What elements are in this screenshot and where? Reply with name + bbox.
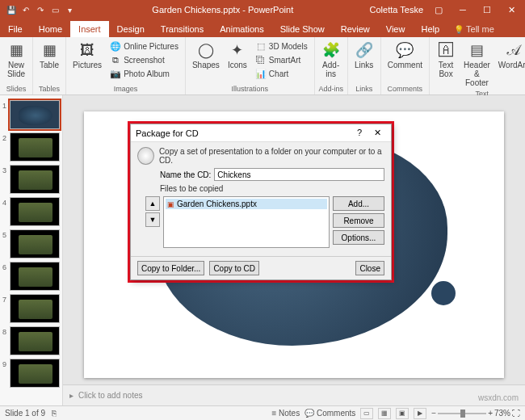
group-slides-label: Slides — [6, 84, 27, 93]
photo-album-icon: 📷 — [110, 68, 121, 79]
language-indicator[interactable]: ⎘ — [52, 409, 57, 418]
sorter-view-icon[interactable]: ▦ — [378, 408, 391, 419]
thumbnail-5[interactable]: 5 — [3, 229, 59, 258]
group-links: 🔗Links Links — [348, 37, 381, 94]
dialog-description: Copy a set of presentation to a folder o… — [159, 147, 384, 165]
group-slides: ▦New Slide Slides — [0, 37, 33, 94]
thumbnail-7[interactable]: 7 — [3, 294, 59, 323]
group-addins-label: Add-ins — [318, 84, 343, 93]
online-pictures-button[interactable]: 🌐Online Pictures — [108, 40, 180, 52]
chart-button[interactable]: 📊Chart — [254, 67, 309, 80]
tab-view[interactable]: View — [378, 21, 414, 37]
wordart-button[interactable]: 𝒜WordArt — [495, 39, 525, 89]
tab-animations[interactable]: Animations — [212, 21, 271, 37]
dialog-close-icon[interactable]: ✕ — [368, 128, 386, 138]
ribbon-tabs: File Home Insert Design Transitions Anim… — [0, 19, 525, 37]
copy-to-cd-button[interactable]: Copy to CD — [209, 261, 259, 275]
links-button[interactable]: 🔗Links — [351, 39, 377, 71]
shapes-button[interactable]: ◯Shapes — [189, 39, 223, 81]
thumbnail-6[interactable]: 6 — [3, 262, 59, 291]
remove-button[interactable]: Remove — [333, 213, 384, 228]
thumbnail-4[interactable]: 4 — [3, 197, 59, 226]
tab-help[interactable]: Help — [413, 21, 447, 37]
addins-button[interactable]: 🧩Add- ins — [318, 39, 344, 80]
move-up-button[interactable]: ▲ — [145, 196, 160, 211]
header-footer-icon: ▤ — [467, 40, 486, 60]
save-icon[interactable]: 💾 — [5, 3, 18, 16]
pictures-button[interactable]: 🖼Pictures — [69, 39, 105, 81]
copy-to-folder-button[interactable]: Copy to Folder... — [137, 261, 204, 275]
group-text: 🄰Text Box ▤Header & Footer 𝒜WordArt Text — [430, 37, 525, 94]
redo-icon[interactable]: ↷ — [34, 3, 47, 16]
user-account[interactable]: Coletta Teske — [370, 5, 423, 15]
zoom-level[interactable]: 73% — [494, 409, 510, 418]
icons-button[interactable]: ✦Icons — [225, 39, 250, 81]
move-down-button[interactable]: ▼ — [145, 212, 160, 227]
tell-me[interactable]: 💡Tell me — [451, 21, 498, 37]
tab-slideshow[interactable]: Slide Show — [272, 21, 333, 37]
status-comments[interactable]: 💬 Comments — [304, 409, 355, 418]
zoom-slider[interactable] — [438, 413, 486, 414]
group-illustrations: ◯Shapes ✦Icons ⬚3D Models ⿻SmartArt 📊Cha… — [186, 37, 315, 94]
zoom-out-icon[interactable]: − — [431, 409, 436, 418]
name-cd-input[interactable] — [214, 168, 384, 181]
thumbnail-8[interactable]: 8 — [3, 326, 59, 355]
zoom-control[interactable]: − + 73% ⛶ — [431, 409, 520, 418]
options-button[interactable]: Options... — [333, 230, 384, 245]
tab-review[interactable]: Review — [333, 21, 378, 37]
ribbon-options-icon[interactable]: ▢ — [426, 5, 451, 15]
zoom-in-icon[interactable]: + — [488, 409, 493, 418]
new-slide-button[interactable]: ▦New Slide — [3, 39, 29, 80]
3d-models-button[interactable]: ⬚3D Models — [254, 40, 309, 52]
quick-access-toolbar: 💾 ↶ ↷ ▭ ▾ — [5, 3, 76, 16]
thumbnail-1[interactable]: 1 — [3, 100, 59, 129]
tab-home[interactable]: Home — [31, 21, 70, 37]
wordart-icon: 𝒜 — [503, 40, 523, 60]
file-list[interactable]: ▣Garden Chickens.pptx — [163, 196, 330, 248]
notes-toggle-icon[interactable]: ▸ — [69, 391, 74, 400]
normal-view-icon[interactable]: ▭ — [360, 408, 373, 419]
title-bar: 💾 ↶ ↷ ▭ ▾ Garden Chickens.pptx - PowerPo… — [0, 0, 525, 19]
group-links-label: Links — [355, 84, 372, 93]
textbox-button[interactable]: 🄰Text Box — [433, 39, 459, 89]
notes-pane[interactable]: ▸ Click to add notes — [63, 384, 525, 405]
tab-insert[interactable]: Insert — [70, 21, 109, 37]
icons-icon: ✦ — [228, 40, 247, 60]
thumbnail-3[interactable]: 3 — [3, 165, 59, 194]
photo-album-button[interactable]: 📷Photo Album — [108, 67, 180, 80]
smartart-button[interactable]: ⿻SmartArt — [254, 53, 309, 66]
maximize-icon[interactable]: ☐ — [475, 5, 499, 15]
fit-to-window-icon[interactable]: ⛶ — [512, 409, 520, 418]
comment-button[interactable]: 💬Comment — [384, 39, 426, 71]
thumbnail-2[interactable]: 2 — [3, 132, 59, 162]
screenshot-icon: ⧉ — [110, 54, 121, 65]
table-label: Table — [40, 61, 59, 69]
thumbnail-9[interactable]: 9 — [3, 359, 59, 388]
file-item[interactable]: ▣Garden Chickens.pptx — [166, 199, 327, 209]
screenshot-button[interactable]: ⧉Screenshot — [108, 53, 180, 66]
tab-transitions[interactable]: Transitions — [153, 21, 212, 37]
header-footer-button[interactable]: ▤Header & Footer — [460, 39, 494, 89]
tab-file[interactable]: File — [0, 21, 31, 37]
dialog-help-icon[interactable]: ? — [351, 128, 368, 138]
table-button[interactable]: ▦Table — [36, 39, 62, 71]
minimize-icon[interactable]: ─ — [451, 5, 475, 15]
qat-customize-icon[interactable]: ▾ — [63, 3, 76, 16]
group-tables-label: Tables — [39, 84, 60, 93]
online-pictures-label: Online Pictures — [124, 42, 178, 51]
smartart-icon: ⿻ — [255, 54, 267, 65]
close-icon[interactable]: ✕ — [499, 5, 523, 15]
slideshow-view-icon[interactable]: ▶ — [414, 408, 426, 419]
slide-counter: Slide 1 of 9 — [5, 409, 45, 418]
status-notes[interactable]: ≡ Notes — [271, 409, 300, 418]
slide-thumbnails[interactable]: 1 2 3 4 5 6 7 8 9 — [0, 95, 63, 405]
group-images-label: Images — [114, 84, 138, 93]
undo-icon[interactable]: ↶ — [19, 3, 32, 16]
ribbon: ▦New Slide Slides ▦Table Tables 🖼Picture… — [0, 37, 525, 95]
tab-design[interactable]: Design — [109, 21, 153, 37]
close-button[interactable]: Close — [355, 261, 384, 275]
reading-view-icon[interactable]: ▣ — [396, 408, 409, 419]
add-button[interactable]: Add... — [333, 196, 384, 211]
start-from-beginning-icon[interactable]: ▭ — [48, 3, 61, 16]
cd-icon — [137, 147, 154, 165]
